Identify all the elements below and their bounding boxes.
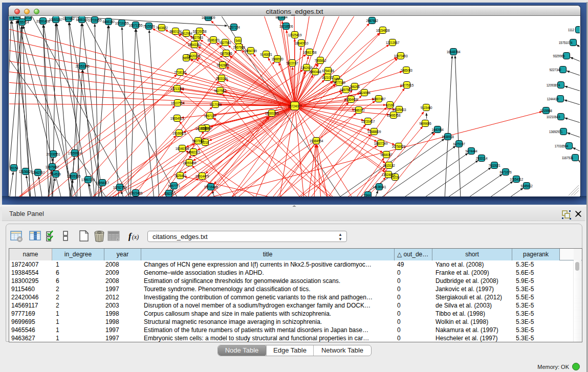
svg-text:1362615: 1362615 xyxy=(300,66,313,70)
svg-text:7632621: 7632621 xyxy=(488,164,500,167)
svg-text:20206551: 20206551 xyxy=(47,152,60,156)
svg-text:2967608: 2967608 xyxy=(233,46,245,49)
svg-text:114519: 114519 xyxy=(51,172,61,176)
svg-text:8912954: 8912954 xyxy=(180,32,192,35)
svg-text:16046746: 16046746 xyxy=(176,147,189,150)
svg-text:5875685: 5875685 xyxy=(220,52,232,55)
svg-text:16782759: 16782759 xyxy=(113,186,127,189)
svg-text:9457771: 9457771 xyxy=(168,184,180,188)
svg-text:20053346: 20053346 xyxy=(76,64,90,68)
svg-text:9329966: 9329966 xyxy=(553,54,565,58)
svg-text:16353584: 16353584 xyxy=(195,127,209,130)
svg-text:16154838: 16154838 xyxy=(376,29,390,32)
svg-text:128234: 128234 xyxy=(164,192,175,195)
svg-text:18640910: 18640910 xyxy=(295,41,309,45)
svg-text:9115460: 9115460 xyxy=(421,106,432,110)
svg-text:9227342: 9227342 xyxy=(549,68,561,72)
svg-text:(x): (x) xyxy=(132,233,139,240)
svg-text:5714: 5714 xyxy=(25,16,32,19)
svg-text:1621022: 1621022 xyxy=(321,76,334,79)
svg-text:12325419: 12325419 xyxy=(288,33,302,37)
svg-text:16671355: 16671355 xyxy=(129,24,143,27)
svg-text:16033809: 16033809 xyxy=(202,16,215,19)
svg-text:10654112: 10654112 xyxy=(510,178,524,181)
svg-text:1615132: 1615132 xyxy=(383,164,395,167)
svg-text:19166825: 19166825 xyxy=(172,132,186,135)
svg-text:10807487: 10807487 xyxy=(372,97,386,101)
svg-text:17359914: 17359914 xyxy=(68,151,82,155)
svg-text:10958117: 10958117 xyxy=(96,181,110,185)
svg-text:8813054: 8813054 xyxy=(275,16,288,19)
svg-text:6466160: 6466160 xyxy=(76,18,88,21)
svg-text:39154: 39154 xyxy=(10,166,18,170)
svg-text:1244419: 1244419 xyxy=(547,97,559,101)
svg-text:3624554: 3624554 xyxy=(358,91,371,95)
svg-text:15720407: 15720407 xyxy=(361,120,375,123)
svg-text:12213967: 12213967 xyxy=(386,41,400,45)
svg-text:7515526: 7515526 xyxy=(143,25,155,28)
svg-text:14055714: 14055714 xyxy=(15,20,29,24)
svg-text:1640954: 1640954 xyxy=(431,128,444,132)
svg-text:1405: 1405 xyxy=(13,16,20,18)
svg-text:16961758: 16961758 xyxy=(303,51,317,54)
svg-text:9474444: 9474444 xyxy=(465,149,477,153)
svg-text:12505135: 12505135 xyxy=(67,174,81,178)
svg-text:9242848: 9242848 xyxy=(216,63,229,67)
svg-text:1588520: 1588520 xyxy=(271,57,284,61)
svg-text:12213363: 12213363 xyxy=(170,87,184,91)
svg-text:6794028: 6794028 xyxy=(322,69,334,73)
svg-text:12823485: 12823485 xyxy=(129,191,143,195)
svg-text:12093874: 12093874 xyxy=(547,83,560,87)
svg-text:10653267: 10653267 xyxy=(49,18,63,21)
svg-text:10025433: 10025433 xyxy=(393,108,406,112)
svg-text:345: 345 xyxy=(334,77,339,81)
svg-text:2803144: 2803144 xyxy=(215,77,228,80)
svg-text:62160: 62160 xyxy=(386,103,395,107)
svg-text:18807249: 18807249 xyxy=(374,142,388,145)
svg-text:3267110: 3267110 xyxy=(204,114,216,118)
svg-text:7357224: 7357224 xyxy=(228,26,240,29)
svg-text:13975887: 13975887 xyxy=(46,165,59,169)
svg-text:7485003: 7485003 xyxy=(400,69,412,72)
svg-text:944: 944 xyxy=(365,193,371,197)
svg-text:1527602: 1527602 xyxy=(62,17,75,20)
svg-text:12942757: 12942757 xyxy=(31,171,45,174)
svg-text:9084067: 9084067 xyxy=(380,153,393,157)
svg-text:546: 546 xyxy=(235,39,241,42)
svg-text:16648784: 16648784 xyxy=(447,50,461,54)
svg-text:20691406: 20691406 xyxy=(36,19,50,23)
svg-text:8471676: 8471676 xyxy=(499,170,512,174)
svg-text:10719155: 10719155 xyxy=(88,18,102,22)
svg-text:2087682: 2087682 xyxy=(366,19,378,23)
svg-text:53226058: 53226058 xyxy=(193,30,207,33)
svg-text:1112: 1112 xyxy=(568,28,575,32)
svg-text:16107554: 16107554 xyxy=(171,101,185,105)
svg-text:15495758: 15495758 xyxy=(387,114,401,117)
svg-text:7663822: 7663822 xyxy=(156,26,168,30)
svg-text:16914479: 16914479 xyxy=(195,174,209,178)
svg-text:9699695: 9699695 xyxy=(419,122,431,125)
svg-text:2718126: 2718126 xyxy=(174,71,186,74)
svg-text:20756928: 20756928 xyxy=(392,145,406,148)
svg-text:9245612: 9245612 xyxy=(520,184,533,188)
svg-text:13692971: 13692971 xyxy=(549,130,563,134)
svg-text:2933114: 2933114 xyxy=(476,157,488,160)
svg-text:14136141: 14136141 xyxy=(373,185,386,189)
svg-text:5607834: 5607834 xyxy=(192,139,204,143)
svg-text:18218506: 18218506 xyxy=(279,25,293,28)
svg-text:7625402: 7625402 xyxy=(174,174,186,178)
svg-text:6479197: 6479197 xyxy=(453,142,465,146)
svg-text:13275115: 13275115 xyxy=(400,83,414,87)
svg-text:8454749: 8454749 xyxy=(245,49,257,53)
svg-text:9327503: 9327503 xyxy=(191,36,203,39)
svg-text:9146821: 9146821 xyxy=(260,53,272,56)
svg-text:9117006: 9117006 xyxy=(210,103,222,106)
svg-text:1167531: 1167531 xyxy=(562,156,574,160)
svg-text:7986372: 7986372 xyxy=(353,108,365,112)
svg-text:7955812: 7955812 xyxy=(314,59,326,62)
svg-text:3215958: 3215958 xyxy=(540,109,552,113)
svg-text:19384554: 19384554 xyxy=(310,139,323,143)
svg-text:15716485: 15716485 xyxy=(204,185,218,189)
svg-text:17957273: 17957273 xyxy=(81,178,95,182)
svg-text:10719155: 10719155 xyxy=(115,21,129,25)
